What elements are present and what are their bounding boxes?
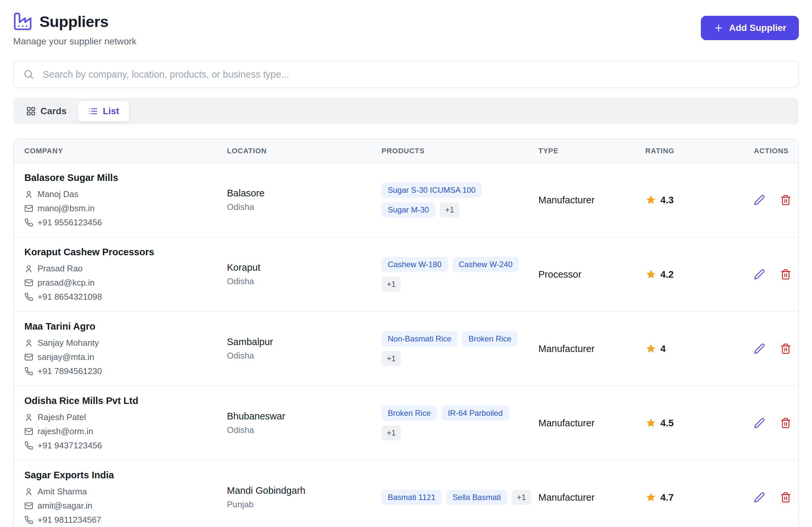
company-name: Balasore Sugar Mills xyxy=(24,172,227,183)
business-type-text: Manufacturer xyxy=(538,492,645,503)
company-name: Odisha Rice Mills Pvt Ltd xyxy=(24,395,227,406)
actions-cell xyxy=(754,195,791,205)
product-chip-line: Sugar S-30 ICUMSA 100 xyxy=(381,183,538,198)
phone-icon xyxy=(24,441,33,450)
rating-cell: 4.2 xyxy=(645,269,754,280)
contact-phone: +91 9437123456 xyxy=(24,441,227,451)
mail-icon xyxy=(24,204,33,213)
mail-icon xyxy=(24,353,33,361)
table-body: Balasore Sugar Mills Manoj Das manoj@bsm… xyxy=(14,163,798,527)
delete-button[interactable] xyxy=(780,343,791,354)
delete-button[interactable] xyxy=(780,195,791,205)
edit-button[interactable] xyxy=(754,417,765,429)
user-icon xyxy=(24,264,33,273)
trash-icon xyxy=(780,492,791,503)
list-icon xyxy=(88,106,98,116)
phone-icon xyxy=(24,293,33,301)
business-type-text: Manufacturer xyxy=(538,418,645,429)
mail-icon xyxy=(24,427,33,436)
location-cell: Balasore Odisha xyxy=(227,188,381,212)
pencil-icon xyxy=(754,417,765,429)
mail-icon xyxy=(24,501,33,510)
table-row: Odisha Rice Mills Pvt Ltd Rajesh Patel r… xyxy=(14,386,798,460)
list-view-button[interactable]: List xyxy=(78,101,129,122)
contact-name-text: Sanjay Mohanty xyxy=(38,338,99,348)
suppliers-table: CompanyLocationProductsTypeRatingActions… xyxy=(13,139,799,527)
contact-email: amit@sagar.in xyxy=(24,501,227,511)
location-cell: Koraput Odisha xyxy=(227,262,381,286)
phone-icon xyxy=(24,367,33,376)
trash-icon xyxy=(780,269,791,280)
products-cell: Cashew W-180Cashew W-240+1 xyxy=(381,257,538,292)
search-input[interactable] xyxy=(13,60,799,88)
page-heading-block: Suppliers Manage your supplier network xyxy=(13,12,136,47)
contact-person: Manoj Das xyxy=(24,189,227,199)
delete-button[interactable] xyxy=(780,269,791,280)
contact-phone: +91 9811234567 xyxy=(24,515,227,525)
products-cell: Sugar S-30 ICUMSA 100Sugar M-30+1 xyxy=(381,183,538,217)
list-view-label: List xyxy=(103,106,119,116)
product-chip: Sugar S-30 ICUMSA 100 xyxy=(381,183,482,198)
column-header-location: Location xyxy=(227,147,381,155)
contact-phone: +91 9556123456 xyxy=(24,217,227,228)
product-chip: IR-64 Parboiled xyxy=(442,405,509,421)
email-text: sanjay@mta.in xyxy=(38,352,94,362)
product-chip: Broken Rice xyxy=(462,331,518,346)
edit-button[interactable] xyxy=(754,269,765,280)
email-text: prasad@kcp.in xyxy=(38,277,95,288)
delete-button[interactable] xyxy=(780,417,791,429)
company-cell: Balasore Sugar Mills Manoj Das manoj@bsm… xyxy=(24,172,227,228)
cards-view-button[interactable]: Cards xyxy=(16,101,76,122)
column-header-products: Products xyxy=(381,147,538,155)
cards-view-label: Cards xyxy=(41,106,67,116)
search-bar xyxy=(13,60,799,88)
products-cell: Basmati 1121Sella Basmati+1 xyxy=(381,490,538,505)
rating-cell: 4.3 xyxy=(645,195,754,205)
edit-button[interactable] xyxy=(754,195,765,205)
add-supplier-button[interactable]: Add Supplier xyxy=(701,16,799,40)
location-cell: Bhubaneswar Odisha xyxy=(227,411,381,435)
product-chip-line: Non-Basmati RiceBroken Rice xyxy=(381,331,538,346)
actions-cell xyxy=(754,492,791,503)
edit-button[interactable] xyxy=(754,492,765,503)
product-chip: Non-Basmati Rice xyxy=(381,331,458,346)
contact-email: manoj@bsm.in xyxy=(24,203,227,214)
pencil-icon xyxy=(754,269,765,280)
state-text: Odisha xyxy=(227,276,381,286)
more-products-badge: +1 xyxy=(512,490,531,505)
delete-button[interactable] xyxy=(780,492,791,503)
city-text: Balasore xyxy=(227,188,381,199)
products-cell: Non-Basmati RiceBroken Rice+1 xyxy=(381,331,538,366)
actions-cell xyxy=(754,269,791,280)
star-icon xyxy=(645,343,656,354)
pencil-icon xyxy=(754,343,765,354)
user-icon xyxy=(24,339,33,347)
more-products-badge: +1 xyxy=(381,277,401,292)
products-cell: Broken RiceIR-64 Parboiled+1 xyxy=(381,405,538,441)
view-toggle: Cards List xyxy=(13,98,799,124)
product-chip: Sugar M-30 xyxy=(381,202,435,217)
factory-icon xyxy=(13,12,32,31)
trash-icon xyxy=(780,343,791,354)
table-row: Balasore Sugar Mills Manoj Das manoj@bsm… xyxy=(14,163,798,238)
email-text: amit@sagar.in xyxy=(38,501,92,511)
mail-icon xyxy=(24,278,33,287)
star-icon xyxy=(645,417,656,429)
actions-cell xyxy=(754,417,791,429)
product-chip-line: Cashew W-180Cashew W-240 xyxy=(381,257,538,272)
contact-email: prasad@kcp.in xyxy=(24,277,227,288)
product-chip-line: Sugar M-30+1 xyxy=(381,202,538,217)
page-subtitle: Manage your supplier network xyxy=(13,36,136,47)
product-chip: Broken Rice xyxy=(381,405,437,421)
city-text: Mandi Gobindgarh xyxy=(227,485,381,496)
rating-cell: 4.5 xyxy=(645,417,754,429)
user-icon xyxy=(24,487,33,496)
table-row: Sagar Exports India Amit Sharma amit@sag… xyxy=(14,460,798,527)
contact-phone: +91 7894561230 xyxy=(24,366,227,376)
column-header-company: Company xyxy=(24,147,227,155)
city-text: Koraput xyxy=(227,262,381,273)
table-row: Maa Tarini Agro Sanjay Mohanty sanjay@mt… xyxy=(14,312,798,386)
star-icon xyxy=(645,195,656,205)
contact-name-text: Prasad Rao xyxy=(38,264,83,274)
edit-button[interactable] xyxy=(754,343,765,354)
